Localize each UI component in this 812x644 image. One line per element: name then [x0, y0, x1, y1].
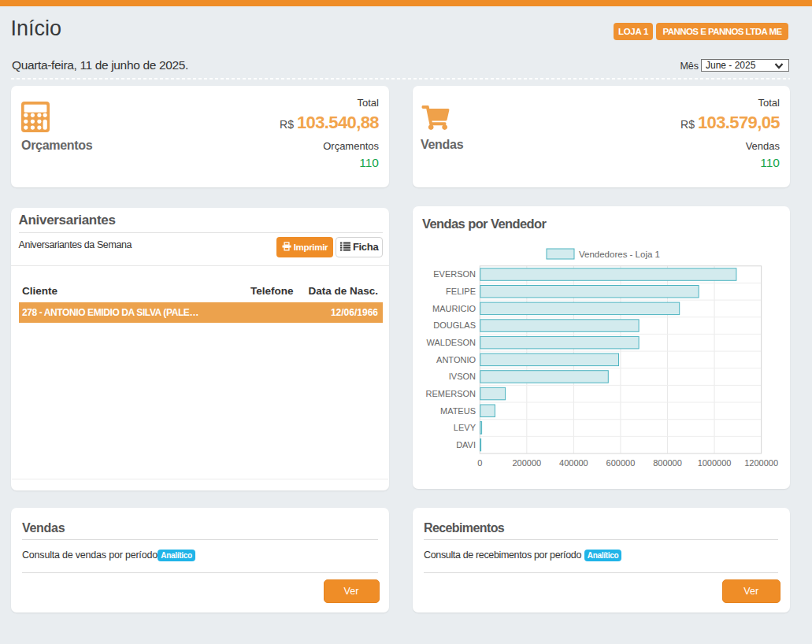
- svg-text:400000: 400000: [559, 458, 588, 468]
- svg-text:0: 0: [477, 458, 482, 468]
- svg-text:600000: 600000: [606, 458, 636, 468]
- svg-text:EVERSON: EVERSON: [433, 269, 476, 279]
- svg-text:MAURICIO: MAURICIO: [432, 304, 476, 313]
- svg-text:FELIPE: FELIPE: [446, 287, 476, 296]
- svg-text:MATEUS: MATEUS: [440, 406, 476, 416]
- svg-text:DAVI: DAVI: [456, 440, 476, 450]
- svg-text:LEVY: LEVY: [454, 423, 476, 432]
- svg-text:ANTONIO: ANTONIO: [436, 355, 476, 365]
- svg-text:IVSON: IVSON: [449, 372, 476, 381]
- svg-text:800000: 800000: [653, 458, 682, 468]
- svg-text:200000: 200000: [512, 458, 541, 468]
- svg-text:DOUGLAS: DOUGLAS: [433, 320, 476, 330]
- svg-text:REMERSON: REMERSON: [425, 389, 476, 398]
- svg-text:1200000: 1200000: [744, 458, 778, 468]
- svg-text:1000000: 1000000: [698, 458, 732, 468]
- svg-text:WALDESON: WALDESON: [426, 338, 476, 347]
- svg-text:Vendedores - Loja 1: Vendedores - Loja 1: [579, 250, 660, 259]
